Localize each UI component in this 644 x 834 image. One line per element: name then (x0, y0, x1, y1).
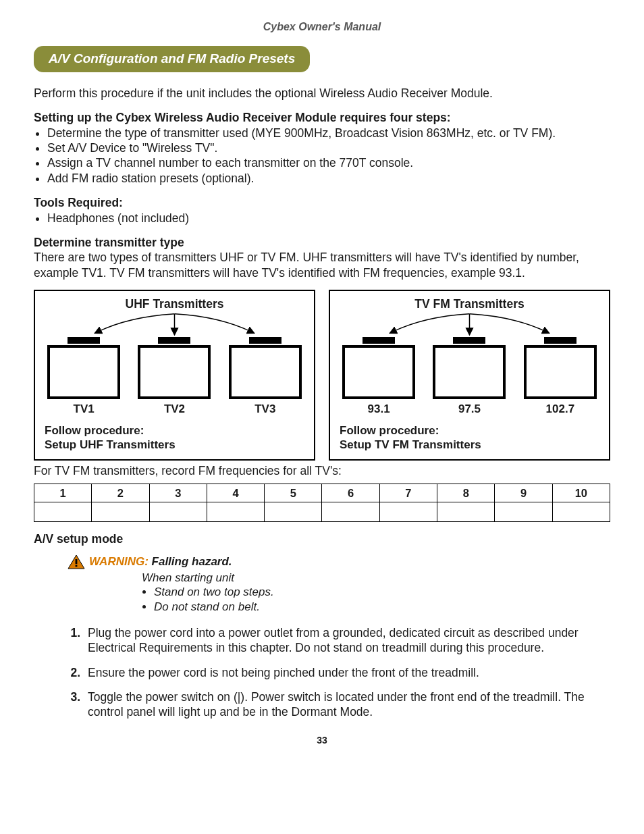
table-input-cell[interactable] (437, 502, 495, 522)
table-input-cell[interactable] (207, 502, 264, 522)
table-header-cell: 2 (92, 484, 149, 502)
tv-label: 97.5 (430, 402, 508, 417)
arrow-fan-icon (340, 311, 599, 337)
tv-label: TV1 (45, 402, 123, 417)
uhf-title: UHF Transmitters (45, 296, 304, 311)
determine-body: There are two types of transmitters UHF … (34, 250, 610, 280)
list-item: Determine the type of transmitter used (… (47, 126, 610, 140)
table-input-cell[interactable] (149, 502, 207, 522)
table-input-cell[interactable] (34, 502, 92, 522)
list-item: Do not stand on belt. (154, 600, 610, 615)
table-input-cell[interactable] (265, 502, 322, 522)
table-header-row: 1 2 3 4 5 6 7 8 9 10 (34, 484, 610, 502)
tools-heading: Tools Required: (34, 195, 610, 210)
freq-note: For TV FM transmitters, record FM freque… (34, 463, 610, 478)
tv-icon: TV2 (135, 337, 213, 417)
list-item: Assign a TV channel number to each trans… (47, 155, 610, 170)
list-item: Headphones (not included) (47, 211, 610, 226)
table-input-row (34, 502, 610, 522)
table-header-cell: 9 (495, 484, 552, 502)
table-header-cell: 1 (34, 484, 92, 502)
tv-icon: TV3 (226, 337, 304, 417)
step-item: Ensure the power cord is not being pinch… (84, 665, 610, 680)
warning-title: Falling hazard. (149, 555, 232, 568)
intro-paragraph: Perform this procedure if the unit inclu… (34, 86, 610, 101)
tv-icon: 93.1 (340, 337, 418, 417)
table-header-cell: 8 (437, 484, 495, 502)
tv-label: 93.1 (340, 402, 418, 417)
warning-triangle-icon (68, 554, 85, 569)
list-item: Stand on two top steps. (154, 585, 610, 600)
tv-label: TV3 (226, 402, 304, 417)
warning-line: When starting unit (142, 571, 610, 585)
table-header-cell: 7 (379, 484, 437, 502)
table-header-cell: 3 (149, 484, 207, 502)
table-header-cell: 6 (322, 484, 379, 502)
tools-list: Headphones (not included) (36, 211, 610, 226)
tvfm-title: TV FM Transmitters (340, 296, 599, 311)
list-item: Set A/V Device to "Wireless TV". (47, 140, 610, 155)
table-header-cell: 4 (207, 484, 264, 502)
table-input-cell[interactable] (495, 502, 552, 522)
list-item: Add FM radio station presets (optional). (47, 171, 610, 186)
table-input-cell[interactable] (552, 502, 610, 522)
table-header-cell: 10 (552, 484, 610, 502)
svg-rect-2 (76, 559, 78, 564)
table-header-cell: 5 (265, 484, 322, 502)
tv-icon: 102.7 (521, 337, 599, 417)
table-input-cell[interactable] (92, 502, 149, 522)
svg-rect-3 (76, 565, 78, 567)
table-input-cell[interactable] (322, 502, 379, 522)
warning-label: WARNING: (89, 555, 149, 568)
arrow-fan-icon (45, 311, 304, 337)
numbered-steps: Plug the power cord into a power outlet … (68, 625, 610, 720)
step-item: Toggle the power switch on (|). Power sw… (84, 689, 610, 720)
page-number: 33 (34, 735, 610, 747)
follow-line2: Setup TV FM Transmitters (340, 438, 599, 452)
follow-line1: Follow procedure: (45, 423, 304, 438)
follow-line1: Follow procedure: (340, 423, 599, 438)
setup-steps-list: Determine the type of transmitter used (… (36, 126, 610, 186)
follow-line2: Setup UHF Transmitters (45, 438, 304, 452)
step-item: Plug the power cord into a power outlet … (84, 625, 610, 656)
frequency-table: 1 2 3 4 5 6 7 8 9 10 (34, 484, 610, 522)
uhf-diagram: UHF Transmitters TV1 TV2 TV3 Follow proc… (34, 290, 315, 461)
tv-label: 102.7 (521, 402, 599, 417)
warning-body: When starting unit Stand on two top step… (142, 571, 610, 615)
setup-steps-heading: Setting up the Cybex Wireless Audio Rece… (34, 110, 610, 125)
tv-label: TV2 (135, 402, 213, 417)
av-setup-heading: A/V setup mode (34, 531, 610, 546)
warning-row: WARNING: Falling hazard. (68, 554, 610, 569)
determine-heading: Determine transmitter type (34, 235, 610, 250)
section-title: A/V Configuration and FM Radio Presets (34, 46, 310, 72)
tvfm-diagram: TV FM Transmitters 93.1 97.5 102.7 Follo… (329, 290, 610, 461)
running-header: Cybex Owner's Manual (34, 20, 610, 34)
tv-icon: 97.5 (430, 337, 508, 417)
tv-icon: TV1 (45, 337, 123, 417)
table-input-cell[interactable] (379, 502, 437, 522)
diagram-row: UHF Transmitters TV1 TV2 TV3 Follow proc… (34, 290, 610, 461)
